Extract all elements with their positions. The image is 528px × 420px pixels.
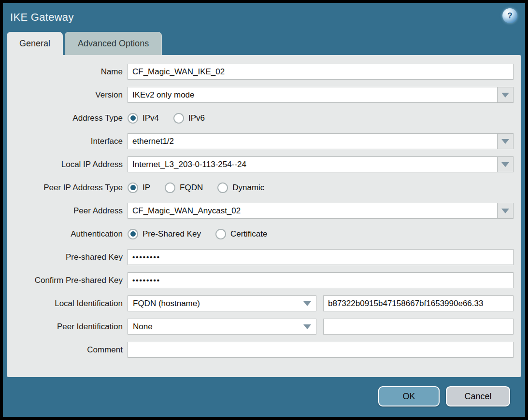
local-identification-type-value: FQDN (hostname) [133, 299, 200, 308]
question-mark-icon: ? [507, 12, 512, 20]
general-tab-panel: Name Version Address Type IPv4 [7, 55, 521, 377]
dialog-titlebar: IKE Gateway ? [3, 3, 525, 32]
cancel-button[interactable]: Cancel [446, 386, 510, 406]
name-label: Name [7, 67, 128, 77]
peer-identification-value-input[interactable] [323, 319, 514, 335]
peer-type-dynamic-label: Dynamic [232, 183, 264, 193]
local-ip-address-input[interactable] [128, 156, 497, 172]
interface-row: Interface [7, 133, 514, 149]
pre-shared-key-input[interactable] [128, 249, 514, 265]
ok-button[interactable]: OK [378, 386, 440, 406]
confirm-pre-shared-key-row: Confirm Pre-shared Key [7, 272, 514, 288]
version-input[interactable] [128, 87, 497, 103]
comment-input[interactable] [128, 342, 514, 358]
comment-row: Comment [7, 342, 514, 358]
auth-certificate-label: Certificate [230, 229, 268, 239]
version-label: Version [7, 90, 128, 100]
local-identification-type-select[interactable]: FQDN (hostname) [128, 295, 316, 311]
peer-identification-type-select[interactable]: None [128, 319, 316, 335]
local-identification-value-input[interactable] [323, 295, 514, 311]
pre-shared-key-row: Pre-shared Key [7, 249, 514, 265]
peer-type-dynamic-radio[interactable] [217, 182, 228, 193]
ike-gateway-dialog: IKE Gateway ? General Advanced Options N… [3, 3, 525, 417]
peer-type-ip-label: IP [143, 183, 150, 193]
local-ip-address-dropdown-button[interactable] [497, 156, 514, 172]
dropdown-arrow-icon [501, 139, 509, 144]
local-ip-address-row: Local IP Address [7, 156, 514, 172]
address-type-ipv4-radio[interactable] [128, 113, 138, 124]
peer-identification-row: Peer Identification None [7, 319, 514, 335]
dropdown-arrow-icon [501, 162, 509, 167]
peer-address-label: Peer Address [7, 206, 128, 216]
peer-type-fqdn-radio[interactable] [165, 182, 175, 193]
pre-shared-key-label: Pre-shared Key [7, 252, 128, 262]
peer-ip-address-type-label: Peer IP Address Type [7, 183, 128, 193]
auth-certificate-radio[interactable] [215, 229, 226, 239]
address-type-ipv6-radio[interactable] [173, 113, 184, 124]
confirm-pre-shared-key-input[interactable] [128, 272, 514, 288]
name-input[interactable] [128, 64, 514, 80]
peer-identification-label: Peer Identification [7, 322, 128, 332]
address-type-label: Address Type [7, 113, 128, 123]
address-type-ipv4-label: IPv4 [143, 113, 159, 123]
authentication-label: Authentication [7, 229, 128, 239]
peer-address-input[interactable] [128, 203, 497, 219]
dropdown-arrow-icon [303, 301, 311, 306]
address-type-row: Address Type IPv4 IPv6 [7, 110, 514, 126]
local-ip-address-label: Local IP Address [7, 160, 128, 169]
peer-identification-type-value: None [133, 322, 153, 332]
peer-address-row: Peer Address [7, 203, 514, 219]
tab-general[interactable]: General [7, 32, 63, 55]
footer-buttons: OK Cancel [378, 386, 510, 406]
address-type-ipv6-label: IPv6 [188, 113, 205, 123]
version-dropdown-button[interactable] [497, 87, 514, 103]
interface-label: Interface [7, 137, 128, 146]
peer-ip-address-type-row: Peer IP Address Type IP FQDN Dynamic [7, 180, 514, 196]
peer-type-fqdn-label: FQDN [180, 183, 203, 193]
dropdown-arrow-icon [501, 93, 509, 98]
interface-dropdown-button[interactable] [497, 133, 514, 149]
local-identification-label: Local Identification [7, 299, 128, 308]
dialog-title: IKE Gateway [10, 11, 74, 24]
name-row: Name [7, 64, 514, 80]
tab-advanced-options[interactable]: Advanced Options [65, 32, 162, 55]
comment-label: Comment [7, 345, 128, 355]
confirm-pre-shared-key-label: Confirm Pre-shared Key [7, 276, 128, 285]
peer-address-dropdown-button[interactable] [497, 203, 514, 219]
dropdown-arrow-icon [501, 209, 509, 213]
tab-bar: General Advanced Options [3, 32, 525, 55]
help-button[interactable]: ? [502, 8, 517, 23]
peer-type-ip-radio[interactable] [128, 182, 138, 193]
version-row: Version [7, 87, 514, 103]
auth-pre-shared-key-label: Pre-Shared Key [143, 229, 201, 239]
interface-input[interactable] [128, 133, 497, 149]
local-identification-row: Local Identification FQDN (hostname) [7, 295, 514, 311]
dropdown-arrow-icon [303, 324, 311, 329]
auth-pre-shared-key-radio[interactable] [128, 229, 138, 239]
authentication-row: Authentication Pre-Shared Key Certificat… [7, 226, 514, 242]
